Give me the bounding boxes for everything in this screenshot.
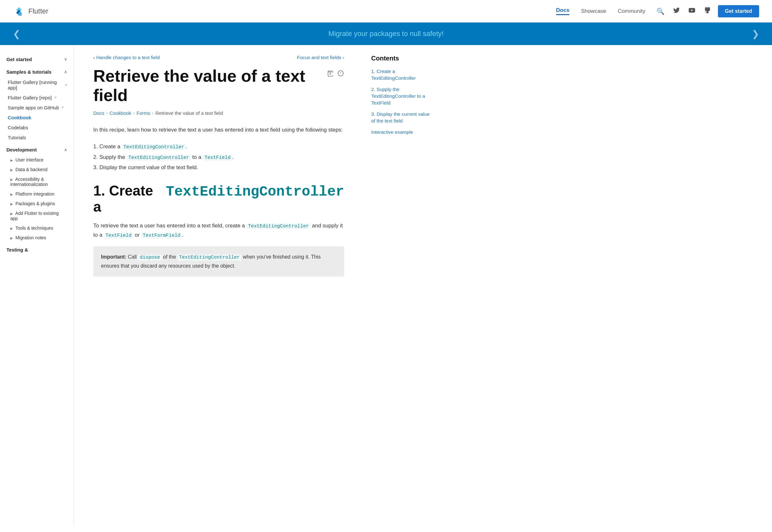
github-button[interactable]: [703, 5, 712, 17]
sidebar-samples-label: Samples & tutorials: [6, 69, 51, 75]
sidebar-item-gallery-repo[interactable]: Flutter Gallery [repo]: [0, 93, 74, 103]
youtube-button[interactable]: [687, 5, 697, 17]
section1-code-title: TextEditingController: [166, 184, 345, 200]
sidebar-samples-header[interactable]: Samples & tutorials ∧: [0, 67, 74, 77]
info-code1: dispose: [138, 254, 162, 261]
sidebar-item-platform[interactable]: ▶ Platform integration: [0, 189, 74, 199]
announcement-banner: ❮ Migrate your packages to null safety! …: [0, 23, 772, 45]
arrow-right-icon: ▶: [10, 202, 13, 206]
page-title: Retrieve the value of a text field: [93, 67, 327, 105]
sidebar-development-label: Development: [6, 147, 37, 152]
search-button[interactable]: 🔍: [655, 6, 666, 16]
toc-item-interactive[interactable]: Interactive example: [371, 129, 433, 135]
sidebar-item-ui[interactable]: ▶ User interface: [0, 155, 74, 165]
sidebar-item-data-backend[interactable]: ▶ Data & backend: [0, 165, 74, 174]
table-of-contents: Contents 1. Create a TextEditingControll…: [363, 45, 441, 526]
main-nav: Docs Showcase Community: [556, 7, 646, 15]
copy-page-button[interactable]: [327, 70, 334, 79]
sidebar-item-sample-apps[interactable]: Sample apps on GitHub: [0, 103, 74, 113]
main-layout: Get started ∨ Samples & tutorials ∧ Flut…: [0, 45, 772, 526]
section1-code3: TextFormField: [141, 233, 182, 239]
intro-paragraph: In this recipe, learn how to retrieve th…: [93, 125, 344, 134]
info-box: Important: Call dispose of the TextEditi…: [93, 246, 344, 277]
sidebar-item-gallery-running[interactable]: Flutter Gallery [running app]: [0, 77, 74, 93]
logo-text: Flutter: [28, 7, 48, 15]
breadcrumb-docs[interactable]: Docs: [93, 110, 104, 116]
banner-prev-arrow[interactable]: ❮: [13, 29, 20, 39]
toc-item-2[interactable]: 2. Supply the TextEditingController to a…: [371, 86, 433, 106]
section1-code1: TextEditingController: [246, 223, 310, 229]
nav-docs[interactable]: Docs: [556, 7, 570, 15]
arrow-right-icon: ▶: [10, 236, 13, 240]
section1-prefix: 1. Create a: [93, 183, 162, 215]
get-started-button[interactable]: Get started: [718, 5, 759, 17]
chevron-up-icon-dev: ∧: [64, 147, 67, 152]
arrow-right-icon: ▶: [10, 168, 13, 172]
step-2: 2. Supply the TextEditingController to a…: [93, 153, 344, 162]
sidebar-section-get-started: Get started ∨: [0, 54, 74, 65]
chevron-down-icon: ∨: [64, 57, 67, 62]
step1-code: TextEditingController: [122, 144, 186, 150]
prev-page-link[interactable]: ‹ Handle changes to a text field: [93, 55, 160, 60]
sidebar-item-accessibility[interactable]: ▶ Accessibility & internationalization: [0, 174, 74, 189]
breadcrumb-cookbook[interactable]: Cookbook: [110, 110, 132, 116]
breadcrumb-sep-2: ›: [133, 111, 134, 115]
sidebar-development-header[interactable]: Development ∧: [0, 144, 74, 155]
breadcrumb-sep-1: ›: [106, 111, 107, 115]
sidebar: Get started ∨ Samples & tutorials ∧ Flut…: [0, 45, 74, 526]
report-bug-button[interactable]: [337, 70, 344, 79]
banner-text: Migrate your packages to null safety!: [328, 30, 444, 38]
step2-code2: TextField: [203, 155, 232, 161]
toc-item-1[interactable]: 1. Create a TextEditingController: [371, 68, 433, 81]
step-3: 3. Display the current value of the text…: [93, 163, 344, 172]
info-code2: TextEditingController: [178, 254, 242, 261]
sidebar-item-tools[interactable]: ▶ Tools & techniques: [0, 223, 74, 233]
sidebar-item-codelabs[interactable]: Codelabs: [0, 123, 74, 133]
flutter-logo-icon: [13, 5, 25, 17]
main-content: ‹ Handle changes to a text field Focus a…: [74, 45, 363, 526]
next-page-link[interactable]: Focus and text fields ›: [297, 55, 344, 60]
sidebar-item-add-flutter[interactable]: ▶ Add Flutter to existing app: [0, 208, 74, 223]
toc-title: Contents: [371, 55, 433, 62]
sidebar-section-testing: Testing &: [0, 244, 74, 255]
arrow-right-icon: ▶: [10, 192, 13, 196]
sidebar-item-tutorials[interactable]: Tutorials: [0, 133, 74, 142]
step2-code1: TextEditingController: [127, 155, 191, 161]
breadcrumb-forms[interactable]: Forms: [136, 110, 150, 116]
sidebar-testing-header[interactable]: Testing &: [0, 244, 74, 255]
sidebar-section-samples: Samples & tutorials ∧ Flutter Gallery [r…: [0, 67, 74, 142]
breadcrumb-sep-3: ›: [152, 111, 153, 115]
breadcrumb: Docs › Cookbook › Forms › Retrieve the v…: [93, 110, 344, 116]
steps-list: 1. Create a TextEditingController. 2. Su…: [93, 142, 344, 173]
sidebar-item-migration[interactable]: ▶ Migration notes: [0, 233, 74, 243]
sidebar-get-started-header[interactable]: Get started ∨: [0, 54, 74, 65]
header-icons: 🔍: [655, 5, 712, 17]
step-1: 1. Create a TextEditingController.: [93, 142, 344, 151]
banner-next-arrow[interactable]: ❯: [752, 29, 759, 39]
section1-code2: TextField: [104, 233, 133, 239]
nav-showcase[interactable]: Showcase: [581, 8, 606, 14]
chevron-up-icon: ∧: [64, 69, 67, 74]
arrow-right-icon: ▶: [10, 226, 13, 230]
page-navigation: ‹ Handle changes to a text field Focus a…: [93, 55, 344, 60]
sidebar-item-packages[interactable]: ▶ Packages & plugins: [0, 199, 74, 208]
sidebar-testing-label: Testing &: [6, 247, 28, 252]
toc-item-3[interactable]: 3. Display the current value of the text…: [371, 111, 433, 124]
section1-heading: 1. Create a TextEditingController: [93, 183, 344, 215]
sidebar-section-development: Development ∧ ▶ User interface ▶ Data & …: [0, 144, 74, 243]
header: Flutter Docs Showcase Community 🔍 Get st…: [0, 0, 772, 23]
breadcrumb-current: Retrieve the value of a text field: [155, 110, 223, 116]
page-title-row: Retrieve the value of a text field: [93, 67, 344, 105]
logo-link[interactable]: Flutter: [13, 5, 48, 17]
nav-community[interactable]: Community: [618, 8, 646, 14]
arrow-right-icon: ▶: [10, 212, 13, 216]
arrow-right-icon: ▶: [10, 158, 13, 162]
arrow-right-icon: ▶: [10, 178, 13, 181]
twitter-button[interactable]: [672, 5, 681, 17]
sidebar-get-started-label: Get started: [6, 57, 32, 62]
section1-body: To retrieve the text a user has entered …: [93, 221, 344, 240]
sidebar-item-cookbook[interactable]: Cookbook: [0, 113, 74, 123]
page-action-icons: [327, 70, 344, 79]
info-box-bold: Important:: [101, 254, 126, 260]
